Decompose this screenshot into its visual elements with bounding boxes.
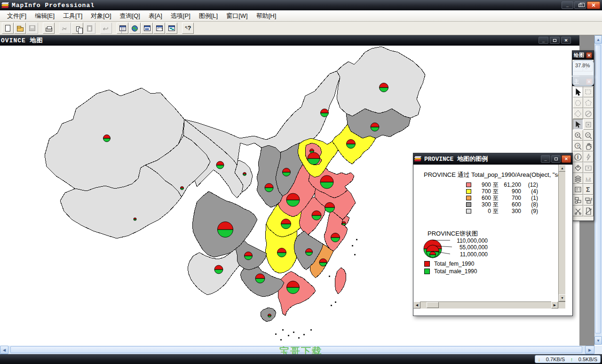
- menu-item-7[interactable]: 图例[L]: [195, 10, 222, 22]
- layer-control-tool[interactable]: [573, 173, 583, 184]
- change-zoom-icon: ?: [574, 142, 582, 150]
- legend-scroll-left-button[interactable]: ◀: [413, 301, 420, 309]
- save-button[interactable]: [26, 23, 38, 34]
- scroll-up-button[interactable]: ▲: [594, 35, 602, 44]
- menu-item-8[interactable]: 窗口[W]: [222, 10, 252, 22]
- scroll-left-button[interactable]: ◀: [0, 346, 8, 354]
- radius-select-tool[interactable]: [573, 97, 583, 108]
- menu-item-2[interactable]: 工具[T]: [59, 10, 87, 22]
- new-button[interactable]: [2, 23, 14, 34]
- province-guangdong[interactable]: [278, 271, 316, 316]
- paste-button[interactable]: [84, 23, 95, 34]
- island-dot: [288, 335, 289, 336]
- graph-select-tool[interactable]: [573, 119, 583, 130]
- boundary-select-tool[interactable]: [573, 108, 583, 119]
- zoom-out-tool[interactable]: [583, 130, 594, 141]
- legend-scroll-down-button[interactable]: ▼: [559, 294, 565, 301]
- toolbar-group: [182, 23, 194, 34]
- copy-button[interactable]: [71, 23, 83, 34]
- layer-control-icon: [574, 174, 582, 183]
- map-window-title-bar[interactable]: OVINCE 地图 _ ✕: [0, 35, 579, 46]
- legend-scroll-right-button[interactable]: ▶: [551, 301, 558, 309]
- unselect-all-tool[interactable]: [583, 108, 594, 119]
- clip-region-off-tool[interactable]: [583, 206, 594, 216]
- new-graph-button[interactable]: [141, 23, 153, 34]
- menu-item-1[interactable]: 编辑[E]: [31, 10, 59, 22]
- map-maximize-button[interactable]: [550, 37, 560, 44]
- series-label: Total_male_1990: [434, 268, 477, 275]
- info-tool[interactable]: i: [573, 151, 583, 162]
- legend-minimize-button[interactable]: _: [541, 155, 550, 163]
- invert-selection-icon: [584, 120, 593, 129]
- pan-tool[interactable]: [583, 141, 594, 151]
- horizontal-scrollbar[interactable]: ◀ ▶: [0, 346, 594, 354]
- legend-tool[interactable]: [573, 184, 583, 195]
- legend-horizontal-scrollbar[interactable]: ◀ ▶: [413, 301, 565, 309]
- target-district-tool[interactable]: 2: [583, 195, 594, 206]
- legend-maximize-button[interactable]: [551, 155, 561, 163]
- zoom-in-tool[interactable]: [573, 130, 583, 141]
- new-map-button[interactable]: [129, 23, 141, 34]
- menu-item-3[interactable]: 对象[O]: [87, 10, 115, 22]
- province-taiwan[interactable]: [335, 268, 346, 294]
- province-heilongjiang[interactable]: [337, 47, 425, 118]
- pie-size-label: 11,000,000: [444, 251, 488, 258]
- legend-scroll-thumb[interactable]: [427, 302, 439, 308]
- hotlink-tool[interactable]: [583, 151, 594, 162]
- scroll-right-button[interactable]: ▶: [585, 346, 594, 354]
- new-layout-button[interactable]: [153, 23, 165, 34]
- new-browser-button[interactable]: [117, 23, 128, 34]
- menu-item-4[interactable]: 查询[Q]: [116, 10, 144, 22]
- change-zoom-tool[interactable]: ?: [573, 141, 583, 151]
- island-dot: [303, 334, 305, 335]
- pie-hebei: [308, 152, 320, 165]
- map-window-title: OVINCE 地图: [1, 36, 43, 45]
- drag-window-tool[interactable]: [583, 162, 594, 173]
- vertical-scrollbar[interactable]: ▲ ▼: [594, 35, 602, 345]
- cut-icon: [62, 24, 69, 32]
- menu-item-5[interactable]: 表[A]: [144, 10, 166, 22]
- ruler-tool[interactable]: 1.2: [583, 173, 594, 184]
- horizontal-scroll-thumb[interactable]: [10, 346, 582, 353]
- menu-item-0[interactable]: 文件[F]: [3, 10, 31, 22]
- cut-button[interactable]: [59, 23, 71, 34]
- legend-vertical-scrollbar[interactable]: ▲ ▼: [558, 165, 565, 301]
- help-button[interactable]: [182, 23, 194, 34]
- undo-button[interactable]: [100, 23, 112, 34]
- mapinfo-logo-icon: [2, 2, 9, 8]
- minimize-button[interactable]: _: [562, 1, 573, 9]
- close-button[interactable]: ✕: [587, 1, 600, 9]
- pie-jiangsu: [325, 203, 335, 213]
- print-button[interactable]: [43, 23, 55, 34]
- legend-title-bar[interactable]: PROVINCE 地图的图例 _ ✕: [413, 153, 572, 165]
- scroll-down-button[interactable]: ▼: [594, 336, 602, 345]
- range-from: 900: [475, 182, 491, 188]
- open-button[interactable]: [14, 23, 26, 34]
- menu-item-9[interactable]: 帮助[H]: [252, 10, 281, 22]
- island-dot: [354, 254, 356, 255]
- label-tool[interactable]: [573, 162, 583, 173]
- svg-text:Σ: Σ: [586, 186, 590, 193]
- select-tool[interactable]: [573, 87, 583, 97]
- menu-item-6[interactable]: 选项[P]: [166, 10, 195, 22]
- restore-button[interactable]: [574, 1, 586, 9]
- polygon-select-tool[interactable]: [583, 97, 594, 108]
- polygon-select-icon: [584, 99, 593, 107]
- drawing-panel-close-icon[interactable]: ✕: [586, 52, 592, 58]
- invert-selection-tool[interactable]: [583, 119, 594, 130]
- clip-region-tool[interactable]: [573, 206, 583, 216]
- vertical-scroll-thumb[interactable]: [595, 45, 601, 333]
- map-close-button[interactable]: ✕: [561, 37, 571, 44]
- island-dot: [298, 337, 300, 339]
- district-tool[interactable]: [573, 195, 583, 206]
- legend-scroll-up-button[interactable]: ▲: [559, 165, 565, 172]
- range-swatch: [466, 182, 471, 187]
- new-redistrict-button[interactable]: [166, 23, 177, 34]
- legend-series-row: Total_fem_1990: [424, 260, 477, 267]
- statistics-tool[interactable]: Σ: [583, 184, 594, 195]
- map-minimize-button[interactable]: _: [539, 37, 548, 44]
- legend-close-button[interactable]: ✕: [562, 155, 571, 163]
- drawing-panel-title-bar[interactable]: 绘图 ✕: [572, 51, 594, 60]
- main-toolbar-panel: 主 ✕ ?i1.2Σ2: [572, 77, 594, 221]
- marquee-select-tool[interactable]: [583, 87, 594, 97]
